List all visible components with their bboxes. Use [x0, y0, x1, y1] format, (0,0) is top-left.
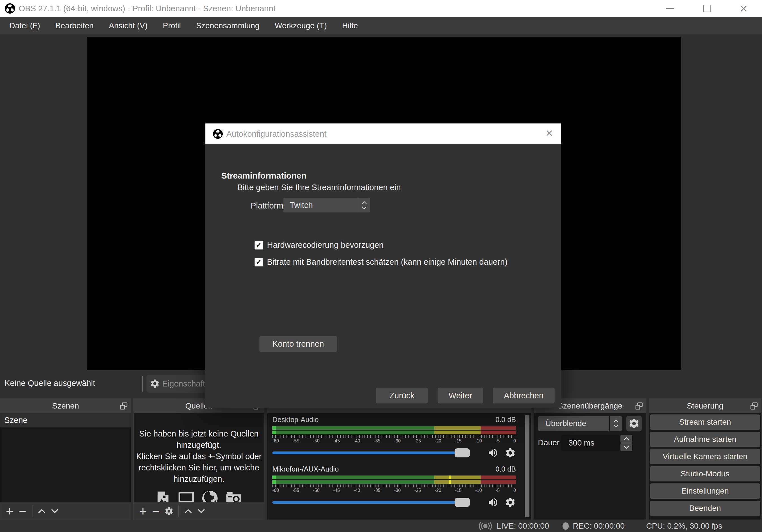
duration-up-button[interactable]: [620, 435, 632, 443]
dialog-subheading: Bitte geben Sie Ihre Streaminformationen…: [237, 183, 401, 192]
add-source-button[interactable]: +: [136, 504, 149, 518]
menu-hilfe[interactable]: Hilfe: [335, 17, 366, 35]
controls-panel-header: Steuerung: [649, 399, 761, 413]
popout-icon[interactable]: [750, 402, 758, 410]
menu-datei[interactable]: Datei (F): [2, 17, 48, 35]
close-icon: ×: [740, 2, 748, 15]
empty-line: Klicken Sie auf das +-Symbol oder: [134, 451, 264, 462]
sources-toolbar: + −: [134, 502, 264, 520]
duration-input[interactable]: 300 ms: [561, 435, 630, 451]
volume-slider[interactable]: [272, 497, 482, 507]
dialog-body: Streaminformationen Bitte geben Sie Ihre…: [205, 144, 561, 408]
remove-source-button[interactable]: −: [149, 504, 163, 518]
back-button[interactable]: Zurück: [376, 388, 428, 404]
volume-meter: [272, 430, 516, 434]
chevron-up-icon: [623, 437, 630, 441]
exit-button[interactable]: Beenden: [650, 501, 760, 516]
platform-select-spinner[interactable]: [358, 198, 370, 212]
start-recording-button[interactable]: Aufnahme starten: [650, 432, 760, 447]
platform-select[interactable]: Twitch: [283, 198, 358, 212]
minimize-icon: [666, 8, 674, 9]
scene-up-button[interactable]: [35, 504, 48, 518]
menu-bearbeiten[interactable]: Bearbeiten: [48, 17, 101, 35]
meter-live-level: [272, 480, 276, 484]
cpu-fps: CPU: 0.2%, 30.00 fps: [646, 522, 722, 531]
source-properties-button[interactable]: [163, 504, 176, 518]
gear-icon[interactable]: [504, 447, 516, 459]
empty-line: hinzuzufügen.: [134, 473, 264, 485]
scene-down-button[interactable]: [48, 504, 61, 518]
gear-icon[interactable]: [504, 497, 516, 508]
scene-list-item[interactable]: Szene: [0, 413, 131, 427]
chevron-down-icon: [613, 424, 619, 428]
hardware-encoding-label[interactable]: Hardwarecodierung bevorzugen: [267, 240, 384, 250]
audio-mixer-panel: Desktop-Audio 0.0 dB -60-55-50-45-40-35-…: [267, 398, 531, 520]
scenes-panel-header: Szenen: [0, 399, 131, 413]
bandwidth-test-checkbox[interactable]: ✓: [255, 258, 263, 266]
transition-value: Überblende: [545, 419, 586, 428]
mixer-scrollbar[interactable]: [525, 415, 530, 517]
cancel-button[interactable]: Abbrechen: [493, 388, 555, 404]
dialog-heading: Streaminformationen: [221, 171, 307, 181]
speaker-icon[interactable]: [487, 497, 499, 508]
studio-mode-button[interactable]: Studio-Modus: [650, 466, 760, 482]
maximize-button[interactable]: [689, 0, 725, 17]
speaker-icon[interactable]: [487, 447, 499, 459]
no-source-label: Keine Quelle ausgewählt: [5, 379, 95, 388]
empty-line: Sie haben bis jetzt keine Quellen: [134, 428, 264, 439]
obs-logo-icon: [5, 3, 15, 14]
volume-meter: [272, 480, 516, 484]
platform-label: Plattform: [251, 201, 283, 210]
transition-settings-button[interactable]: [626, 416, 642, 431]
transition-select[interactable]: Überblende: [538, 416, 609, 431]
meter-peak-marker: [449, 480, 451, 484]
source-up-button[interactable]: [182, 504, 195, 518]
transition-select-spinner[interactable]: [610, 416, 622, 431]
duration-down-button[interactable]: [620, 443, 632, 451]
settings-button[interactable]: Einstellungen: [650, 484, 760, 499]
minimize-button[interactable]: [652, 0, 689, 17]
volume-meter: [272, 476, 516, 479]
duration-label: Dauer: [538, 438, 560, 447]
channel-name: Desktop-Audio: [272, 416, 319, 424]
scrollbar-thumb[interactable]: [525, 415, 529, 517]
dialog-close-button[interactable]: ×: [546, 127, 553, 139]
menu-ansicht[interactable]: Ansicht (V): [101, 17, 155, 35]
volume-slider[interactable]: [272, 448, 482, 458]
mixer-channel-mic: Mikrofon-/AUX-Audio 0.0 dB -60-55-50-45-…: [272, 465, 516, 507]
popout-icon[interactable]: [119, 402, 128, 410]
live-time: LIVE: 00:00:00: [497, 522, 549, 531]
title-bar: OBS 27.1.1 (64-bit, windows) - Profil: U…: [0, 0, 762, 17]
mixer-body: Desktop-Audio 0.0 dB -60-55-50-45-40-35-…: [267, 413, 531, 520]
remove-scene-button[interactable]: −: [16, 504, 29, 518]
plus-icon: +: [6, 504, 14, 518]
controls-buttons: Stream starten Aufnahme starten Virtuell…: [650, 415, 760, 516]
channel-name: Mikrofon-/AUX-Audio: [272, 465, 339, 473]
mixer-channel-desktop: Desktop-Audio 0.0 dB -60-55-50-45-40-35-…: [272, 416, 516, 458]
source-down-button[interactable]: [195, 504, 208, 518]
slider-handle[interactable]: [455, 448, 470, 457]
close-button[interactable]: ×: [725, 0, 762, 17]
menu-szenensammlung[interactable]: Szenensammlung: [189, 17, 267, 35]
record-dot-icon: [563, 522, 569, 530]
next-button[interactable]: Weiter: [438, 388, 483, 404]
toolbar-separator: [142, 376, 143, 392]
meter-live-level: [272, 476, 276, 479]
menu-werkzeuge[interactable]: Werkzeuge (T): [267, 17, 335, 35]
popout-icon[interactable]: [635, 402, 643, 410]
menu-profil[interactable]: Profil: [155, 17, 189, 35]
channel-level: 0.0 dB: [495, 416, 516, 424]
slider-handle[interactable]: [455, 498, 470, 507]
gear-icon: [150, 379, 160, 389]
chevron-down-icon: [50, 508, 59, 514]
start-virtual-camera-button[interactable]: Virtuelle Kamera starten: [650, 449, 760, 464]
transitions-panel-title: Szenenübergänge: [558, 402, 622, 411]
empty-line: rechtsklicken Sie hier, um welche: [134, 462, 264, 473]
hardware-encoding-checkbox[interactable]: ✓: [255, 241, 263, 250]
chevron-up-icon: [38, 508, 46, 514]
start-streaming-button[interactable]: Stream starten: [650, 415, 760, 430]
maximize-icon: [703, 5, 711, 12]
bandwidth-test-label[interactable]: Bitrate mit Bandbreitentest schätzen (ka…: [267, 258, 507, 267]
add-scene-button[interactable]: +: [3, 504, 16, 518]
disconnect-account-button[interactable]: Konto trennen: [260, 336, 337, 352]
